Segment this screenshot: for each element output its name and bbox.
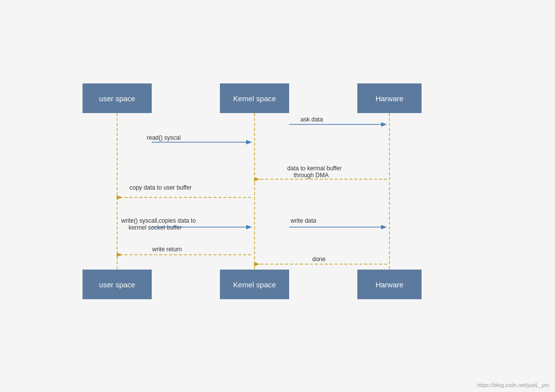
kernel-space-bottom-label: Kemel space <box>233 280 276 289</box>
write-syscall-label: write() syscall,copies data to kermel so… <box>115 210 196 238</box>
write-data-label: write data <box>291 217 316 224</box>
user-space-top-box: user space <box>83 83 152 113</box>
user-space-top-label: user space <box>99 94 135 103</box>
write-return-label: write return <box>152 246 182 253</box>
user-space-bottom-box: user space <box>83 270 152 299</box>
hardware-top-label: Harware <box>376 94 404 103</box>
read-syscall-label: read() syscal <box>147 134 181 141</box>
diagram: user space Kemel space Harware user spac… <box>0 0 555 392</box>
copy-data-label: copy data to user buffer <box>129 184 192 191</box>
data-to-kernel-label: data to kermal buffer through DMA <box>281 158 342 186</box>
ask-data-label: ask data <box>300 116 323 123</box>
hardware-bottom-box: Harware <box>357 270 422 299</box>
user-space-bottom-label: user space <box>99 280 135 289</box>
watermark: https://blog.csdn.net/justL_ym <box>477 382 549 388</box>
hardware-top-box: Harware <box>357 83 422 113</box>
kernel-space-top-label: Kemel space <box>233 94 276 103</box>
kernel-space-top-box: Kemel space <box>220 83 289 113</box>
kernel-space-bottom-box: Kemel space <box>220 270 289 299</box>
arrows-svg <box>0 0 555 392</box>
hardware-bottom-label: Harware <box>376 280 404 289</box>
done-label: done <box>312 256 326 263</box>
